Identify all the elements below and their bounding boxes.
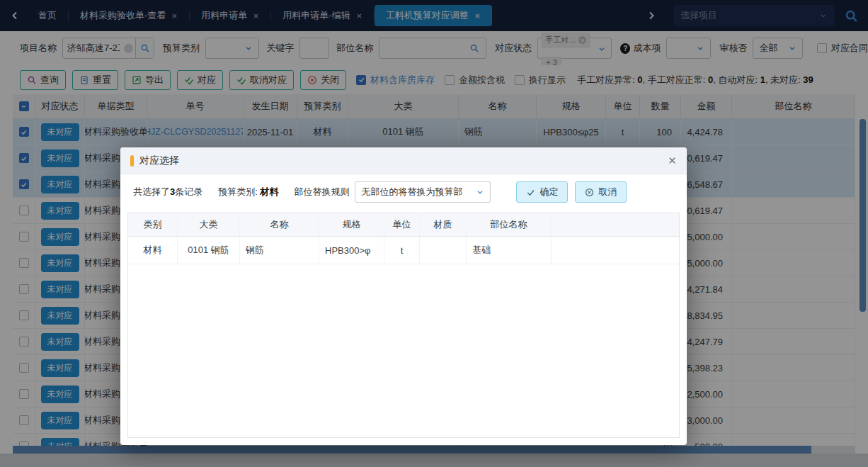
dialog-cell-name: 钢筋 xyxy=(240,237,319,264)
circle-x-icon xyxy=(585,188,594,197)
chevron-down-icon xyxy=(476,188,484,196)
replace-rule-select[interactable]: 无部位的将替换为预算部 xyxy=(355,181,491,203)
replace-rule-label: 部位替换规则 xyxy=(294,186,349,198)
dialog-header-cell-type: 类别 xyxy=(128,213,178,236)
dialog-budget-type: 预算类别: 材料 xyxy=(218,186,278,198)
dialog-table: 类别大类名称规格单位材质部位名称材料0101 钢筋钢筋HPB300>φt基础 xyxy=(128,213,679,264)
close-icon[interactable] xyxy=(668,156,677,165)
replace-rule-value: 无部位的将替换为预算部 xyxy=(361,186,462,198)
check-icon xyxy=(526,188,535,197)
dialog-toolbar: 共选择了3条记录 预算类别: 材料 部位替换规则 无部位的将替换为预算部 确定 … xyxy=(120,174,687,210)
selection-summary: 共选择了3条记录 xyxy=(133,186,202,198)
dialog-header-cell-spec: 规格 xyxy=(319,213,384,236)
dialog-table-area: 类别大类名称规格单位材质部位名称材料0101 钢筋钢筋HPB300>φt基础 xyxy=(127,213,680,438)
dialog-header-cell-category: 大类 xyxy=(178,213,240,236)
dialog-cell-material xyxy=(420,237,467,264)
dialog-header-cell-name: 名称 xyxy=(240,213,319,236)
ok-button[interactable]: 确定 xyxy=(516,181,568,203)
dialog-header-cell-part: 部位名称 xyxy=(467,213,552,236)
dialog-cell-type: 材料 xyxy=(128,237,178,264)
app-window: 首页材料采购验收单-查看用料申请单用料申请单-编辑工料机预算对应调整 选择项目 … xyxy=(0,0,868,467)
match-select-dialog: 对应选择 共选择了3条记录 预算类别: 材料 部位替换规则 无部位的将替换为预算… xyxy=(120,147,687,445)
dialog-cell-category: 0101 钢筋 xyxy=(178,237,240,264)
dialog-table-row[interactable]: 材料0101 钢筋钢筋HPB300>φt基础 xyxy=(128,237,679,264)
cancel-button[interactable]: 取消 xyxy=(575,181,627,203)
dialog-header-cell-unit: 单位 xyxy=(384,213,420,236)
title-accent-bar xyxy=(130,155,134,167)
dialog-title: 对应选择 xyxy=(139,154,668,167)
dialog-cell-part: 基础 xyxy=(467,237,552,264)
replace-rule: 部位替换规则 无部位的将替换为预算部 xyxy=(294,181,491,203)
dialog-cell-spec: HPB300>φ xyxy=(319,237,384,264)
dialog-header-cell-material: 材质 xyxy=(420,213,467,236)
dialog-cell-unit: t xyxy=(384,237,420,264)
dialog-header: 对应选择 xyxy=(120,147,687,174)
dialog-actions: 确定 取消 xyxy=(516,181,627,203)
dialog-table-header-row: 类别大类名称规格单位材质部位名称 xyxy=(128,213,679,237)
